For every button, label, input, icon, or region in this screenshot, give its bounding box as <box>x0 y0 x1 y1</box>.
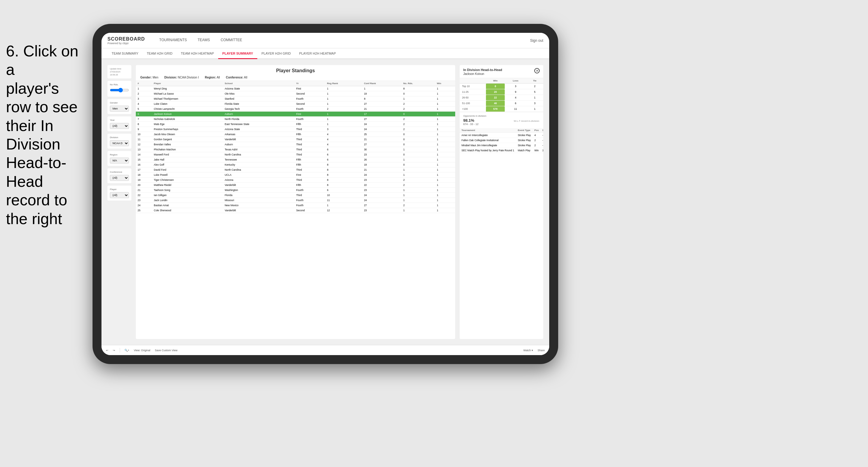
table-row[interactable]: 25 Cole Sherwood Vanderbilt Second 12 23… <box>136 208 455 213</box>
table-row[interactable]: 5 Christo Lamprecht Georgia Tech Fourth … <box>136 106 455 112</box>
cell-conf: 23 <box>362 188 401 193</box>
undo-button[interactable]: ↩ <box>106 349 108 352</box>
cell-name: Michael Thorbjornsen <box>152 96 223 101</box>
cell-reg: 6 <box>326 152 362 157</box>
h2h-header: In Division Head-to-Head Jackson Koivun … <box>460 65 543 78</box>
subnav-team-h2h-heatmap[interactable]: TEAM H2H HEATMAP <box>177 48 218 59</box>
cell-yr: Second <box>294 91 325 96</box>
conference-select[interactable]: (All) <box>110 175 129 181</box>
subnav-player-summary[interactable]: PLAYER SUMMARY <box>218 48 257 59</box>
no-rds-slider[interactable] <box>110 87 129 93</box>
cell-rds: 1 <box>401 188 435 193</box>
cell-name: Jake Hall <box>152 157 223 162</box>
h2h-row: 51-100 46 6 3 <box>460 100 543 106</box>
subnav-team-summary[interactable]: TEAM SUMMARY <box>107 48 143 59</box>
cell-conf: 19 <box>362 162 401 167</box>
division-select[interactable]: NCAA Division I <box>110 140 129 146</box>
cell-rds: 2 <box>401 122 435 127</box>
table-row[interactable]: 16 Alex Goff Kentucky Fifth 8 19 0 1 <box>136 162 455 167</box>
cell-yr: Third <box>294 127 325 132</box>
zoom-in-button[interactable]: 🔍+ <box>124 349 129 352</box>
table-row[interactable]: 24 Bastian Amat New Mexico Fourth 1 27 2… <box>136 203 455 208</box>
table-row[interactable]: 14 Maxwell Ford North Carolina Third 6 2… <box>136 152 455 157</box>
cell-win: 1 <box>435 106 455 112</box>
table-row[interactable]: 22 Ian Gilligan Florida Third 10 24 1 1 <box>136 193 455 198</box>
cell-conf: 24 <box>362 127 401 132</box>
cell-reg: 12 <box>326 208 362 213</box>
table-row[interactable]: 19 Tiger Christensen Arizona Third 8 23 … <box>136 178 455 183</box>
nav-tournaments[interactable]: TOURNAMENTS <box>154 33 192 48</box>
center-panel: Player Standings Gender: Men Division: N… <box>136 65 455 339</box>
table-row[interactable]: 23 Jack Lundin Missouri Fourth 11 24 1 1 <box>136 198 455 203</box>
cell-rds: 1 <box>401 147 435 152</box>
cell-win: 1 <box>435 198 455 203</box>
region-select[interactable]: N/A <box>110 158 129 163</box>
tournament-header-row: Tournament Event Type Pos Score <box>460 128 543 133</box>
table-row[interactable]: 20 Matthew Riedel Vanderbilt Fifth 8 22 … <box>136 183 455 188</box>
tournament-table: Tournament Event Type Pos Score Amer Ari… <box>460 128 543 153</box>
table-row[interactable]: 10 Jacob Mou Olesen Arkansas Fifth 4 25 … <box>136 132 455 137</box>
save-custom-button[interactable]: Save Custom View <box>155 349 178 352</box>
cell-rank: 20 <box>136 183 152 188</box>
table-row[interactable]: 7 Nicholas Gabrelcik North Florida Fourt… <box>136 117 455 122</box>
subnav-player-h2h-grid[interactable]: PLAYER H2H GRID <box>257 48 295 59</box>
watch-button[interactable]: Watch ▾ <box>523 349 533 352</box>
h2h-loss: 11 <box>505 106 526 112</box>
tournament-row: Fallen Oak Collegiate Invitational Strok… <box>460 138 543 143</box>
share-button[interactable]: Share <box>537 349 545 352</box>
view-original-button[interactable]: View: Original <box>134 349 150 352</box>
table-row[interactable]: 2 Michael La Sasso Ole Miss Second 1 19 … <box>136 91 455 96</box>
cell-yr: Third <box>294 167 325 173</box>
table-row[interactable]: 9 Preston Summerhays Arizona State Third… <box>136 127 455 132</box>
cell-rds: 1 <box>401 157 435 162</box>
gender-select[interactable]: Men <box>110 106 129 112</box>
cell-rank: 22 <box>136 193 152 198</box>
table-row[interactable]: 6 Jackson Koivun Auburn First 1 17 0 1 <box>136 112 455 117</box>
cell-rds: 2 <box>401 203 435 208</box>
cell-win: 1 <box>435 167 455 173</box>
table-row[interactable]: 15 Jake Hall Tennessee Fifth 6 26 1 1 <box>136 157 455 162</box>
col-school: School <box>223 81 294 86</box>
bottom-toolbar: ↩ ↪ 🔍+ View: Original Save Custom View W… <box>101 345 549 355</box>
cell-name: Matthew Riedel <box>152 183 223 188</box>
cell-win: 1 <box>435 132 455 137</box>
player-select[interactable]: (All) <box>110 192 129 198</box>
table-row[interactable]: 21 Taehoon Song Washington Fourth 6 23 1… <box>136 188 455 193</box>
conference-section: Conference (All) <box>107 168 131 183</box>
cell-name: Michael La Sasso <box>152 91 223 96</box>
nav-teams[interactable]: TEAMS <box>192 33 215 48</box>
cell-win: 1 <box>435 178 455 183</box>
subnav-player-h2h-heatmap[interactable]: PLAYER H2H HEATMAP <box>295 48 340 59</box>
subnav-team-h2h-grid[interactable]: TEAM H2H GRID <box>143 48 177 59</box>
table-row[interactable]: 4 Luke Claton Florida State Second 1 27 … <box>136 101 455 106</box>
region-label: Region <box>110 153 129 156</box>
region-filter: Region: All <box>205 76 220 79</box>
table-row[interactable]: 12 Brendan Valles Auburn Third 4 27 0 1 <box>136 142 455 147</box>
h2h-range: 26-50 <box>460 95 486 100</box>
redo-button[interactable]: ↪ <box>113 349 115 352</box>
opponents-record: 674 - 33 - 12 <box>463 123 540 126</box>
table-row[interactable]: 3 Michael Thorbjornsen Stanford Fourth 1… <box>136 96 455 101</box>
cell-yr: Fifth <box>294 122 325 127</box>
cell-rank: 11 <box>136 137 152 142</box>
table-row[interactable]: 11 Gordon Sargent Vanderbilt Third 4 21 … <box>136 137 455 142</box>
table-row[interactable]: 1 Wenyi Ding Arizona State First 1 1 8 1 <box>136 86 455 91</box>
gender-label: Gender <box>110 101 129 104</box>
h2h-range: 51-100 <box>460 100 486 106</box>
cell-rank: 23 <box>136 198 152 203</box>
cell-yr: Second <box>294 101 325 106</box>
table-row[interactable]: 13 Phichaksn Maichon Texas A&M Third 6 3… <box>136 147 455 152</box>
nav-committee[interactable]: COMMITTEE <box>215 33 247 48</box>
close-button[interactable]: ✕ <box>534 68 540 73</box>
table-row[interactable]: 18 Luke Powell UCLA First 8 24 1 1 <box>136 173 455 178</box>
cell-rds: 0 <box>401 137 435 142</box>
cell-school: Vanderbilt <box>223 208 294 213</box>
table-row[interactable]: 17 David Ford North Carolina Third 8 21 … <box>136 167 455 173</box>
cell-school: Vanderbilt <box>223 183 294 188</box>
year-select[interactable]: (All) <box>110 123 129 129</box>
table-row[interactable]: 8 Mats Ege East Tennessee State Fifth 1 … <box>136 122 455 127</box>
cell-win: 1 <box>435 157 455 162</box>
gender-section: Gender Men <box>107 99 131 114</box>
sign-out-button[interactable]: Sign out <box>530 38 543 43</box>
h2h-win: 46 <box>486 100 505 106</box>
